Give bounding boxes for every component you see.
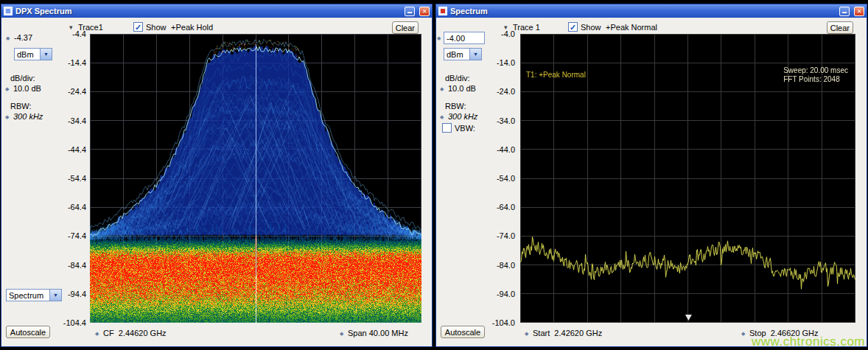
y-axis-label: -74.0: [497, 231, 515, 240]
ref-level-value: -4.37: [14, 33, 32, 43]
y-axis-label: -24.0: [497, 87, 515, 96]
y-axis-label: -104.0: [492, 318, 515, 327]
dpx-canvas[interactable]: [90, 34, 421, 323]
close-button[interactable]: [854, 7, 864, 16]
ref-level-input[interactable]: [444, 32, 485, 44]
dpx-display[interactable]: [90, 34, 421, 323]
detection-mode-label: +Peak Normal: [606, 23, 657, 32]
clear-button[interactable]: Clear: [827, 21, 853, 34]
rbw-icon: [440, 114, 446, 120]
watermark: www.chtronics.com: [752, 335, 865, 349]
window-title: DPX Spectrum: [15, 7, 400, 15]
show-checkbox[interactable]: [568, 22, 578, 32]
dbdiv-icon: [5, 86, 11, 92]
y-axis-label: -74.4: [68, 231, 86, 240]
unit-select[interactable]: dBm: [444, 48, 482, 60]
spectrum-display[interactable]: T1: +Peak Normal Sweep: 20.00 msecFFT Po…: [520, 34, 855, 323]
dbdiv-value: 10.0 dB: [13, 84, 41, 94]
rbw-label: RBW:: [10, 102, 32, 111]
y-axis-label: -34.0: [497, 116, 515, 125]
rbw-value: 300 kHz: [13, 112, 43, 122]
window-content: Trace 1 Show +Peak Normal Clear dBm dB/d…: [436, 18, 867, 346]
y-axis-label: -34.4: [68, 116, 86, 125]
y-axis-label: -64.4: [68, 203, 86, 211]
window-icon: [4, 7, 13, 15]
cf-icon: [95, 331, 101, 337]
dbdiv-icon: [440, 86, 446, 92]
unit-select-value: dBm: [444, 50, 469, 59]
y-axis-label: -64.0: [497, 203, 515, 211]
window-title: Spectrum: [450, 7, 835, 15]
y-axis-label: -44.0: [497, 145, 515, 154]
show-label: Show: [581, 23, 601, 32]
start-icon: [525, 331, 531, 337]
fft-points-text: FFT Points: 2048: [783, 75, 848, 84]
span-label: Span 40.00 MHz: [348, 329, 408, 338]
y-axis-label: -54.0: [497, 174, 515, 183]
trace-label: Trace 1: [513, 23, 540, 32]
spectrum-window: Spectrum Trace 1 Show +Peak Normal Clear…: [435, 4, 867, 347]
close-button[interactable]: [419, 7, 430, 16]
cf-label: CF 2.44620 GHz: [103, 329, 167, 338]
rbw-label: RBW:: [445, 102, 466, 111]
vbw-label: VBW:: [455, 124, 475, 133]
y-axis-label: -54.4: [68, 174, 86, 183]
minimize-button[interactable]: [405, 7, 415, 16]
autoscale-button[interactable]: Autoscale: [441, 326, 485, 338]
ref-level-icon: [6, 35, 12, 41]
y-axis-label: -94.4: [68, 290, 86, 298]
ref-level-icon: [437, 35, 443, 41]
detection-mode-label: +Peak Hold: [171, 23, 213, 32]
minimize-button[interactable]: [839, 7, 850, 16]
unit-select-value: dBm: [15, 50, 40, 59]
trace-annotation: T1: +Peak Normal: [526, 71, 586, 80]
window-content: Trace1 Show +Peak Hold Clear -4.37 dBm d…: [1, 18, 432, 346]
vbw-checkbox[interactable]: [442, 123, 452, 133]
show-checkbox[interactable]: [133, 22, 143, 32]
sweep-text: Sweep: 20.00 msec: [783, 66, 848, 75]
rbw-value: 300 kHz: [448, 112, 477, 122]
clear-button[interactable]: Clear: [392, 21, 419, 34]
dpx-spectrum-window: DPX Spectrum Trace1 Show +Peak Hold Clea…: [1, 4, 433, 347]
y-axis-label: -14.4: [68, 58, 86, 67]
unit-select[interactable]: dBm: [14, 48, 52, 60]
start-label: Start 2.42620 GHz: [533, 329, 602, 338]
title-bar[interactable]: Spectrum: [436, 4, 867, 18]
dbdiv-value: 10.0 dB: [448, 84, 476, 94]
check-icon: [135, 24, 141, 31]
window-icon: [438, 7, 447, 15]
chevron-down-icon: [40, 49, 52, 60]
title-bar[interactable]: DPX Spectrum: [1, 4, 432, 18]
sweep-annotation: Sweep: 20.00 msecFFT Points: 2048: [783, 66, 848, 84]
dbdiv-label: dB/div:: [445, 74, 470, 83]
y-axis-label: -104.4: [63, 318, 86, 327]
autoscale-button[interactable]: Autoscale: [6, 326, 50, 338]
dbdiv-label: dB/div:: [10, 74, 35, 83]
y-axis: -4.0-14.0-24.0-34.0-44.0-54.0-64.0-74.0-…: [488, 34, 517, 323]
y-axis-label: -84.0: [497, 261, 515, 270]
y-axis: -4.4-14.4-24.4-34.4-44.4-54.4-64.4-74.4-…: [59, 34, 88, 323]
y-axis-label: -94.0: [497, 290, 515, 298]
y-axis-label: -44.4: [68, 145, 86, 154]
chevron-down-icon: [469, 49, 481, 60]
stop-icon: [741, 331, 747, 337]
span-icon: [340, 331, 346, 337]
y-axis-label: -4.0: [501, 29, 515, 38]
display-mode-select[interactable]: Spectrum: [6, 289, 62, 301]
y-axis-label: -84.4: [68, 261, 86, 270]
y-axis-label: -14.0: [497, 58, 515, 67]
check-icon: [570, 24, 576, 31]
show-label: Show: [146, 23, 167, 32]
rbw-icon: [5, 114, 11, 120]
display-mode-value: Spectrum: [7, 291, 49, 300]
y-axis-label: -4.4: [72, 29, 86, 38]
y-axis-label: -24.4: [68, 87, 86, 96]
